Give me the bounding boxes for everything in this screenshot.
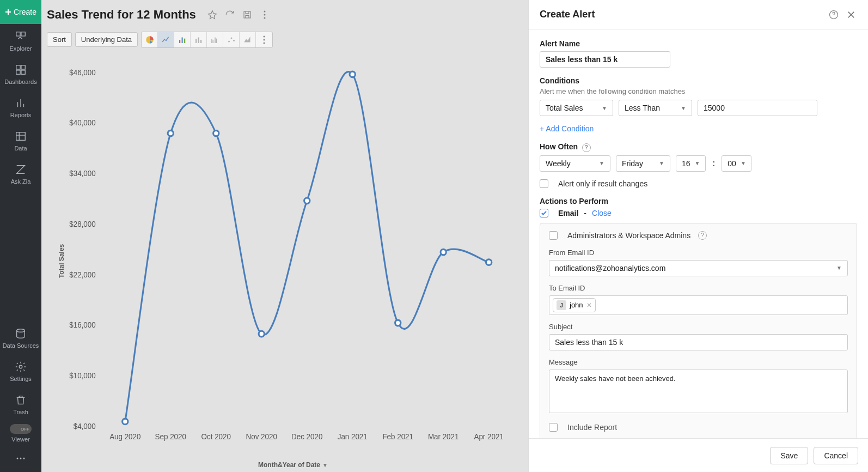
report-header: Sales Trend for 12 Months <box>41 0 528 29</box>
condition-operator-select[interactable]: Less Than▼ <box>619 100 692 116</box>
sidebar-label: Data <box>14 145 27 152</box>
svg-point-57 <box>441 249 446 255</box>
panel-footer: Save Cancel <box>529 438 868 472</box>
sidebar-item-dashboards[interactable]: Dashboards <box>0 57 41 90</box>
svg-rect-20 <box>195 39 197 43</box>
sidebar-item-askzia[interactable]: Ask Zia <box>0 157 41 190</box>
sidebar-item-data[interactable]: Data <box>0 124 41 157</box>
star-icon[interactable] <box>207 9 218 20</box>
svg-rect-0 <box>16 32 20 36</box>
save-icon[interactable] <box>242 9 253 20</box>
svg-text:$40,000: $40,000 <box>69 119 96 127</box>
svg-point-15 <box>264 17 265 19</box>
svg-point-8 <box>19 365 22 368</box>
remove-chip-icon[interactable]: ✕ <box>586 301 592 309</box>
include-report-checkbox[interactable] <box>549 423 558 432</box>
viewer-toggle-icon[interactable]: OFF <box>10 424 32 434</box>
svg-point-29 <box>233 40 235 41</box>
create-button[interactable]: Create <box>0 0 41 24</box>
sidebar-label: Trash <box>13 409 28 415</box>
hour-select[interactable]: 16▼ <box>676 155 706 172</box>
chart-more-icon[interactable] <box>256 32 272 47</box>
close-icon[interactable] <box>845 9 857 21</box>
main-content: Sales Trend for 12 Months Sort Underlyin… <box>41 0 528 472</box>
help-icon[interactable]: ? <box>582 143 591 152</box>
add-condition-link[interactable]: + Add Condition <box>540 124 594 133</box>
minute-select[interactable]: 00▼ <box>722 155 751 172</box>
admins-checkbox[interactable] <box>549 231 558 240</box>
include-report-label: Include Report <box>567 423 617 432</box>
day-select[interactable]: Friday▼ <box>616 155 670 172</box>
chevron-down-icon: ▼ <box>659 160 664 166</box>
only-if-changes-checkbox[interactable] <box>540 179 548 188</box>
svg-rect-24 <box>212 40 213 43</box>
save-button[interactable]: Save <box>770 447 808 464</box>
sidebar-label: Viewer <box>11 436 29 443</box>
chart-svg: $4,000$10,000$16,000$22,000$28,000$34,00… <box>63 61 523 456</box>
svg-point-14 <box>264 14 265 15</box>
sidebar-item-reports[interactable]: Reports <box>0 90 41 124</box>
help-icon[interactable]: ? <box>698 231 707 240</box>
sidebar-item-settings[interactable]: Settings <box>0 354 41 388</box>
svg-text:Apr 2021: Apr 2021 <box>474 433 504 441</box>
line-chart-icon[interactable] <box>158 32 174 47</box>
grouped-bar-icon[interactable] <box>207 32 223 47</box>
email-action-checkbox[interactable] <box>540 209 548 217</box>
email-close-link[interactable]: Close <box>592 209 612 217</box>
bar-chart-icon[interactable] <box>174 32 191 47</box>
sidebar-item-viewer[interactable]: OFF Viewer <box>0 421 41 448</box>
sidebar-label: Data Sources <box>3 342 39 349</box>
scatter-chart-icon[interactable] <box>223 32 240 47</box>
y-axis-label: Total Sales <box>58 244 65 278</box>
svg-rect-6 <box>16 132 26 141</box>
svg-point-10 <box>20 458 22 459</box>
from-email-select[interactable]: notifications@zohoanalytics.com▼ <box>549 260 848 276</box>
alert-name-input[interactable] <box>540 51 670 68</box>
settings-icon <box>15 361 27 373</box>
condition-value-input[interactable] <box>698 100 817 116</box>
svg-text:$10,000: $10,000 <box>69 372 96 380</box>
subject-input[interactable] <box>549 334 848 350</box>
area-chart-icon[interactable] <box>240 32 256 47</box>
svg-rect-23 <box>211 39 212 43</box>
svg-point-52 <box>213 130 219 136</box>
svg-rect-2 <box>16 65 20 69</box>
svg-rect-5 <box>21 70 25 74</box>
cancel-button[interactable]: Cancel <box>814 447 858 464</box>
askzia-icon <box>15 164 27 176</box>
svg-text:$46,000: $46,000 <box>69 68 96 76</box>
svg-point-58 <box>486 259 492 265</box>
chevron-down-icon: ▼ <box>599 160 604 166</box>
chart-area: Total Sales $4,000$10,000$16,000$22,000$… <box>41 50 528 472</box>
condition-field-select[interactable]: Total Sales▼ <box>540 100 613 116</box>
sidebar-item-datasources[interactable]: Data Sources <box>0 321 41 354</box>
refresh-icon[interactable] <box>224 9 235 20</box>
email-action-label: Email <box>558 209 578 217</box>
sidebar-item-trash[interactable]: Trash <box>0 388 41 421</box>
more-vertical-icon[interactable] <box>259 9 270 20</box>
svg-rect-17 <box>179 40 180 43</box>
avatar: J <box>557 300 566 310</box>
svg-text:Jan 2021: Jan 2021 <box>338 433 368 441</box>
sidebar-item-explorer[interactable]: Explorer <box>0 24 41 57</box>
underlying-data-button[interactable]: Underlying Data <box>75 32 138 47</box>
alert-name-label: Alert Name <box>540 39 857 48</box>
admins-label: Administrators & Workspace Admins <box>567 231 690 240</box>
svg-rect-25 <box>215 37 216 43</box>
to-email-input[interactable]: J john ✕ <box>549 295 848 315</box>
sidebar-item-more[interactable] <box>0 448 41 472</box>
message-textarea[interactable] <box>549 370 848 413</box>
create-alert-panel: Create Alert Alert Name Conditions Alert… <box>528 0 868 472</box>
recipient-chip: J john ✕ <box>553 298 596 312</box>
stacked-bar-icon[interactable] <box>191 32 207 47</box>
pie-chart-icon[interactable] <box>142 32 158 47</box>
conditions-subtext: Alert me when the following condition ma… <box>540 87 857 95</box>
conditions-label: Conditions <box>540 76 857 85</box>
frequency-select[interactable]: Weekly▼ <box>540 155 610 172</box>
sort-button[interactable]: Sort <box>47 32 72 47</box>
svg-rect-19 <box>184 39 185 43</box>
data-icon <box>15 130 27 142</box>
subject-label: Subject <box>549 323 848 331</box>
svg-point-13 <box>264 10 265 12</box>
help-icon[interactable] <box>828 9 840 21</box>
